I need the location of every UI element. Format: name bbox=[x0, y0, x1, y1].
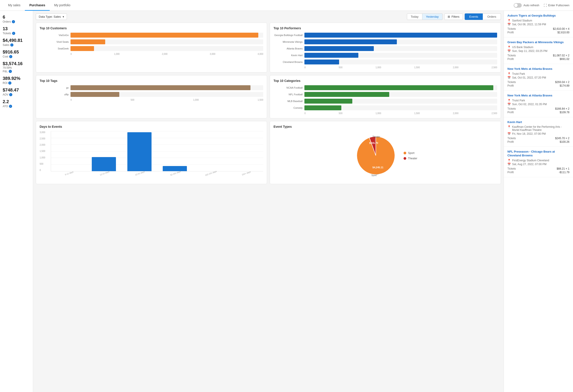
bar-label: NFL Football bbox=[273, 93, 303, 96]
venue-text: Sanford Stadium bbox=[512, 19, 532, 22]
bar-track bbox=[304, 59, 497, 64]
location-icon: 📍 bbox=[507, 125, 511, 128]
bar-track bbox=[304, 53, 497, 58]
venue-text: Truist Park bbox=[512, 99, 525, 102]
bar-fill bbox=[304, 59, 339, 64]
date-text: Sat, Oct 01, 2022, 07:20 PM bbox=[512, 76, 546, 79]
top-nav-right: Auto refresh ⛶ Enter Fullscreen bbox=[514, 3, 569, 8]
stat-label-ato: ATO bbox=[3, 105, 8, 108]
events-orders-toggle: Events Orders bbox=[465, 13, 501, 20]
info-icon-tickets[interactable]: i bbox=[12, 32, 15, 35]
stat-label-roi: ROI bbox=[3, 81, 7, 85]
event-card: Auburn Tigers at Georgia Bulldogs📍Sanfor… bbox=[504, 11, 573, 37]
tickets-value: $2,610.00 × 4 bbox=[553, 27, 569, 30]
stat-ato: 2.2ATOi bbox=[3, 99, 30, 108]
auto-refresh[interactable]: Auto refresh bbox=[514, 3, 539, 8]
bar-row: SeatGeek bbox=[40, 46, 263, 51]
bar-track bbox=[71, 92, 263, 97]
fullscreen-icon: ⛶ bbox=[544, 4, 547, 7]
stat-aov: $748.47AOVi bbox=[3, 87, 30, 96]
stat-pnl: $3,574.1679.59%P&Li bbox=[3, 61, 30, 73]
bar-row: ViaGoGo bbox=[40, 33, 263, 37]
center-content: Data Type: Sales ▾ Today Yesterday ⊞ Fil… bbox=[33, 11, 504, 392]
event-card: New York Mets at Atlanta Braves📍Truist P… bbox=[504, 91, 573, 117]
events-button[interactable]: Events bbox=[465, 13, 483, 20]
bar-fill bbox=[304, 33, 497, 37]
bar-label: Minnesota Vikings bbox=[273, 40, 303, 43]
stat-label-cost: Cost bbox=[3, 55, 8, 58]
info-icon-ato[interactable]: i bbox=[9, 105, 12, 108]
calendar-icon: 📅 bbox=[507, 23, 511, 26]
top-categories-chart: Top 10 Categories NCAA FootballNFL Footb… bbox=[270, 75, 501, 118]
bar-fill bbox=[304, 92, 389, 97]
profit-value: $2,610.00 bbox=[557, 31, 569, 34]
top-performers-chart: Top 10 Performers Georgia Bulldogs Footb… bbox=[270, 23, 501, 72]
svg-text:$245.70: $245.70 bbox=[369, 142, 378, 144]
info-icon-roi[interactable]: i bbox=[8, 81, 11, 85]
toggle[interactable] bbox=[514, 3, 522, 8]
bar-label: SeatGeek bbox=[40, 47, 69, 50]
filters-button[interactable]: ⊞ Filters bbox=[444, 13, 463, 20]
orders-button[interactable]: Orders bbox=[483, 13, 501, 20]
stat-label-sales: Sales bbox=[3, 43, 9, 47]
bar-fill bbox=[304, 85, 493, 90]
bar-label: Comedy bbox=[273, 107, 303, 109]
bar-fill bbox=[304, 99, 352, 104]
stat-value-orders: 6 bbox=[3, 14, 30, 20]
stat-value-pnl: $3,574.16 bbox=[3, 61, 30, 66]
bar-label: gv bbox=[40, 86, 69, 89]
bar-fill bbox=[71, 85, 251, 90]
event-name[interactable]: NFL Preseason - Chicago Bears at Clevela… bbox=[507, 150, 569, 158]
event-name[interactable]: Kevin Hart bbox=[507, 120, 569, 124]
bar-track bbox=[304, 105, 497, 110]
profit-value: $100.26 bbox=[560, 140, 569, 143]
info-icon-cost[interactable]: i bbox=[9, 55, 12, 58]
calendar-icon: 📅 bbox=[507, 163, 511, 166]
bar-fill bbox=[71, 33, 258, 37]
bar-track bbox=[304, 99, 497, 104]
event-name[interactable]: Auburn Tigers at Georgia Bulldogs bbox=[507, 14, 569, 18]
event-name[interactable]: Green Bay Packers at Minnesota Vikings bbox=[507, 40, 569, 44]
chart-title: Top 10 Categories bbox=[273, 79, 497, 83]
event-card: New York Mets at Atlanta Braves📍Truist P… bbox=[504, 64, 573, 91]
today-button[interactable]: Today bbox=[407, 13, 422, 20]
bar-label: ViaGoGo bbox=[40, 34, 69, 36]
stat-value-tickets: 13 bbox=[3, 26, 30, 31]
info-icon-orders[interactable]: i bbox=[12, 20, 15, 23]
info-icon-pnl[interactable]: i bbox=[9, 70, 12, 73]
x-axis: 05001,0001,5002,0002,500 bbox=[273, 66, 497, 69]
event-name[interactable]: New York Mets at Atlanta Braves bbox=[507, 67, 569, 71]
bar-fill bbox=[304, 105, 341, 110]
bar-fill bbox=[304, 39, 397, 44]
info-icon-aov[interactable]: i bbox=[9, 93, 12, 96]
location-icon: 📍 bbox=[507, 19, 511, 22]
nav-tab-my-sales[interactable]: My sales bbox=[4, 0, 25, 11]
profit-value: $109.78 bbox=[560, 111, 569, 114]
tickets-value: $293.04 × 2 bbox=[555, 81, 569, 84]
tickets-value: $245.70 × 2 bbox=[555, 137, 569, 140]
bar-row: gv bbox=[40, 85, 263, 90]
event-name[interactable]: New York Mets at Atlanta Braves bbox=[507, 94, 569, 98]
stat-value-cost: $916.65 bbox=[3, 49, 30, 54]
stat-label-tickets: Tickets bbox=[3, 32, 11, 35]
calendar-icon: 📅 bbox=[507, 50, 511, 53]
location-icon: 📍 bbox=[507, 99, 511, 102]
stat-orders: 6Ordersi bbox=[3, 14, 30, 23]
toolbar: Data Type: Sales ▾ Today Yesterday ⊞ Fil… bbox=[36, 13, 501, 20]
auto-refresh-label: Auto refresh bbox=[523, 4, 539, 7]
bar-fill bbox=[71, 39, 105, 44]
bar-row: NFL Football bbox=[273, 92, 497, 97]
stat-value-ato: 2.2 bbox=[3, 99, 30, 104]
venue-text: Truist Park bbox=[512, 72, 525, 75]
nav-tab-my-portfolio[interactable]: My portfolio bbox=[50, 0, 75, 11]
bar-row: Comedy bbox=[273, 105, 497, 110]
bar-label: Georgia Bulldogs Football bbox=[273, 34, 303, 36]
info-icon-sales[interactable]: i bbox=[10, 43, 13, 47]
yesterday-button[interactable]: Yesterday bbox=[422, 13, 443, 20]
bar-fill bbox=[71, 46, 94, 51]
bar-label: Kevin Hart bbox=[273, 54, 303, 57]
fullscreen-btn[interactable]: ⛶ Enter Fullscreen bbox=[544, 4, 569, 7]
data-type-select[interactable]: Data Type: Sales ▾ bbox=[36, 13, 67, 20]
event-card: NFL Preseason - Chicago Bears at Clevela… bbox=[504, 147, 573, 177]
nav-tab-purchases[interactable]: Purchases bbox=[25, 0, 50, 11]
